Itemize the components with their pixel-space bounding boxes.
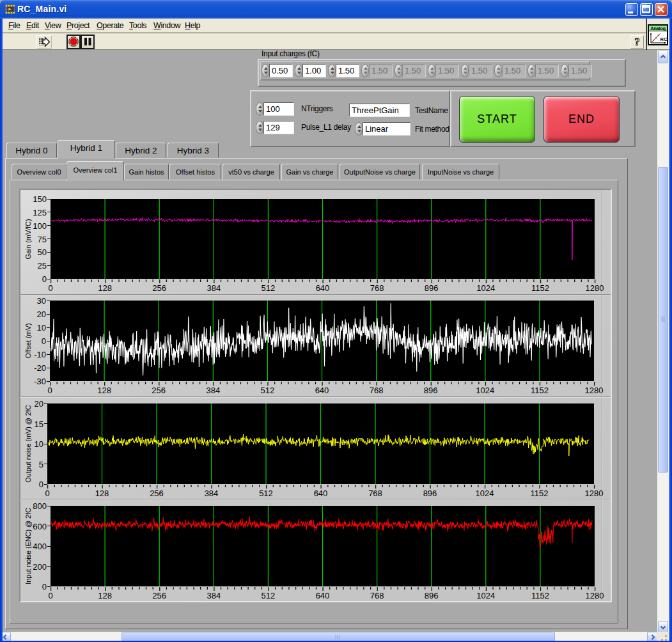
svg-text:?: ? bbox=[635, 36, 640, 47]
svg-text:RC: RC bbox=[660, 36, 668, 42]
